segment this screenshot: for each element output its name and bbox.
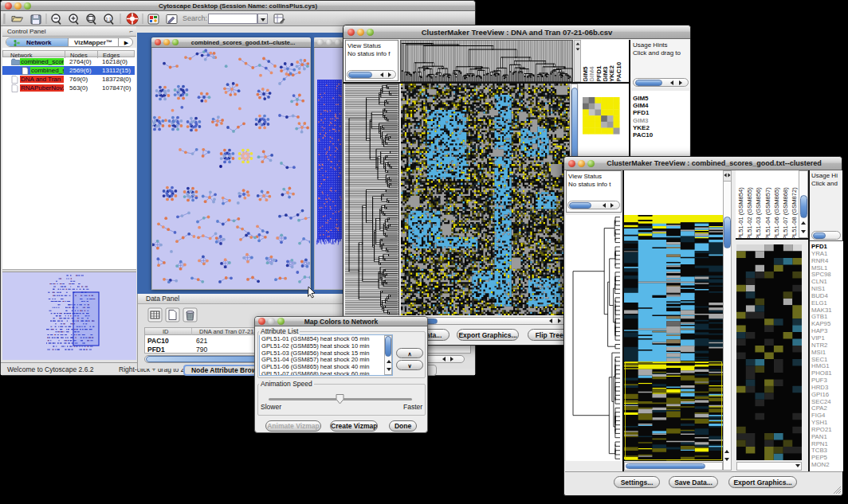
svg-text:1:1: 1:1 xyxy=(106,17,112,21)
